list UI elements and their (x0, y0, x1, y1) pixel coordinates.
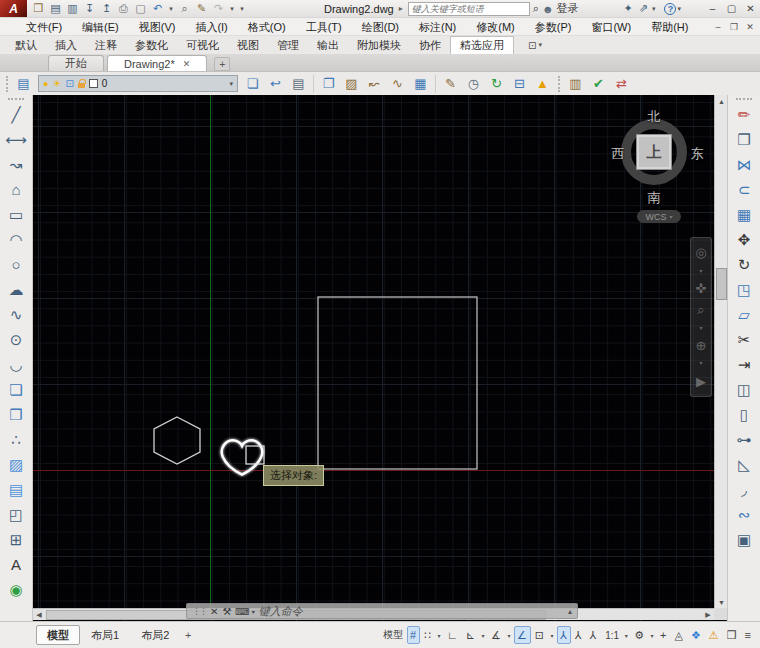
iso-caret-toggle[interactable]: ▾ (506, 626, 513, 644)
blend-curves-button[interactable]: ∾ (731, 502, 758, 527)
zoom-button[interactable]: ⌕ (697, 303, 704, 316)
ribbon-collapse-button[interactable]: ⊡ ▾ (528, 36, 542, 54)
isometric-drafting-toggle[interactable]: ∡ (488, 626, 505, 644)
layout2-layout-tab[interactable]: 布局2 (130, 625, 180, 645)
toolbar-grip[interactable] (8, 98, 24, 100)
draw-menu[interactable]: 绘图(D) (352, 18, 409, 36)
layer-properties-button[interactable]: ▤ (12, 73, 35, 94)
sheet-set-edit-button[interactable]: ✎ (194, 1, 209, 17)
clean-screen-toggle[interactable]: ❒ (724, 626, 741, 644)
offset-button[interactable]: ⊂ (731, 177, 758, 202)
layer-previous-button[interactable]: ↩ (264, 73, 287, 94)
rectangle-button[interactable]: ▭ (3, 202, 30, 227)
search-input[interactable] (408, 2, 530, 16)
visualize-ribbon-tab[interactable]: 可视化 (177, 36, 228, 54)
array-button[interactable]: ▦ (731, 202, 758, 227)
erase-button[interactable]: ✏ (731, 102, 758, 127)
construction-line-button[interactable]: ⟷ (3, 127, 30, 152)
insert-ribbon-tab[interactable]: 插入 (46, 36, 86, 54)
start-file-tab[interactable]: 开始 (48, 55, 104, 71)
save-to-web-button[interactable]: ↧ (82, 1, 97, 17)
search-binoculars-icon[interactable]: ⌕ (533, 2, 539, 15)
doc-close-button[interactable]: ✕ (742, 20, 758, 34)
line-button[interactable]: ╱ (3, 102, 30, 127)
output-ribbon-tab[interactable]: 输出 (308, 36, 348, 54)
make-layer-current-button[interactable]: ❏ (241, 73, 264, 94)
format-menu[interactable]: 格式(O) (238, 18, 296, 36)
layer-states-button[interactable]: ▤ (287, 73, 310, 94)
stretch-button[interactable]: ▱ (731, 302, 758, 327)
pan-button[interactable]: ✜ (696, 282, 707, 295)
modify-menu[interactable]: 修改(M) (466, 18, 525, 36)
break-at-point-button[interactable]: ◫ (731, 377, 758, 402)
insert-menu[interactable]: 插入(I) (185, 18, 237, 36)
model-layout-tab[interactable]: 模型 (36, 625, 80, 645)
share-icon[interactable]: ⇗ (636, 1, 651, 17)
viewcube-east[interactable]: 东 (687, 145, 707, 163)
layout1-layout-tab[interactable]: 布局1 (80, 625, 130, 645)
manage-ribbon-tab[interactable]: 管理 (268, 36, 308, 54)
create-block-button[interactable]: ❒ (3, 402, 30, 427)
polar-caret-toggle[interactable]: ▾ (480, 626, 487, 644)
window-maximize-button[interactable]: ▢ (722, 1, 741, 17)
customization-menu-toggle[interactable]: ≡ (742, 626, 755, 644)
scroll-left-icon[interactable]: ◀ (33, 609, 45, 621)
match-properties-button[interactable]: ❐ (317, 73, 340, 94)
save-button[interactable]: ▤ (48, 1, 63, 17)
multiple-points-button[interactable]: ∴ (3, 427, 30, 452)
command-customize-icon[interactable]: ⚒ (222, 606, 231, 617)
polar-tracking-toggle[interactable]: ⊾ (463, 626, 479, 644)
command-prompt-button[interactable]: ⌨ ▾ (235, 606, 254, 617)
explode-button[interactable]: ▣ (731, 527, 758, 552)
add-ins-ribbon-tab[interactable]: 附加模块 (348, 36, 410, 54)
open-button[interactable]: ❒ (31, 1, 46, 17)
table-button[interactable]: ⊞ (3, 527, 30, 552)
grid-display-toggle[interactable]: # (407, 626, 420, 644)
navigation-wheel-button[interactable]: ◎ (695, 246, 706, 259)
command-input[interactable]: 键入命令 (259, 604, 564, 619)
attribute-manager-button[interactable]: ⊟ (508, 73, 531, 94)
scale-caret-toggle[interactable]: ▾ (623, 626, 630, 644)
annotate-ribbon-tab[interactable]: 注释 (86, 36, 126, 54)
sync-attributes-button[interactable]: ↻ (485, 73, 508, 94)
close-tab-icon[interactable]: ✕ (183, 59, 191, 69)
spline-edit-button[interactable]: ∿ (386, 73, 409, 94)
parametric-ribbon-tab[interactable]: 参数化 (126, 36, 177, 54)
snap-mode-toggle[interactable]: ∷ (421, 626, 435, 644)
copy-button[interactable]: ❐ (731, 127, 758, 152)
osnap-tracking-toggle[interactable]: ∠ (514, 626, 531, 644)
viewcube-north[interactable]: 北 (644, 108, 664, 126)
hexagon-entity[interactable] (154, 417, 200, 464)
new-drawing-tab-button[interactable]: + (214, 57, 230, 71)
orbit-button[interactable]: ⊕ (696, 339, 707, 352)
view-menu[interactable]: 视图(V) (129, 18, 186, 36)
viewcube-top-face[interactable]: 上 (636, 134, 672, 170)
new-layout-button[interactable]: + (180, 627, 196, 643)
region-button[interactable]: ◰ (3, 502, 30, 527)
object-snap-toggle[interactable]: ⊡ (532, 626, 548, 644)
parametric-menu[interactable]: 参数(P) (525, 18, 582, 36)
trim-button[interactable]: ✂ (731, 327, 758, 352)
drawing2-file-tab[interactable]: Drawing2* ✕ (107, 55, 207, 71)
point-style-button[interactable]: ◉ (3, 577, 30, 602)
osnap-caret-toggle[interactable]: ▾ (549, 626, 556, 644)
window-minimize-button[interactable]: – (703, 1, 722, 17)
circle-button[interactable]: ○ (3, 252, 30, 277)
polygon-button[interactable]: ⌂ (3, 177, 30, 202)
break-button[interactable]: ▯ (731, 402, 758, 427)
model-space-toggle-toggle[interactable]: 模型 (379, 626, 406, 644)
ellipse-arc-button[interactable]: ◡ (3, 352, 30, 377)
app-store-cart-icon[interactable]: ✦ (620, 1, 635, 17)
graphics-performance-toggle[interactable]: ❖ (688, 626, 705, 644)
plot-button[interactable]: ⎙ (116, 1, 131, 17)
plot-preview-button[interactable]: ⌕ (177, 1, 192, 17)
auto-annotation-scale-toggle[interactable]: ⅄ (572, 626, 586, 644)
layer-dropdown[interactable]: ● ☀ ⊡ 0 ▾ (38, 75, 238, 92)
doc-minimize-button[interactable]: – (710, 20, 726, 34)
open-from-web-button[interactable]: ↥ (99, 1, 114, 17)
view-ribbon-tab[interactable]: 视图 (228, 36, 268, 54)
undo-button[interactable]: ↶ (150, 1, 165, 17)
hatch-button[interactable]: ▨ (3, 452, 30, 477)
snap-caret-toggle[interactable]: ▾ (436, 626, 443, 644)
workspace-switching-toggle[interactable]: ⚙ (631, 626, 648, 644)
